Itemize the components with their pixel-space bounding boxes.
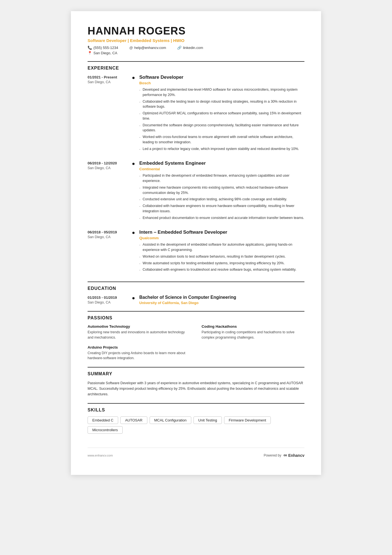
edu-timeline-dot <box>132 297 135 299</box>
experience-list: 01/2021 - PresentSan Diego, CASoftware D… <box>88 75 304 274</box>
exp-bullet-item: Worked with cross-functional teams to en… <box>139 134 304 145</box>
exp-bullet-item: Led a project to refactor legacy code, w… <box>139 146 304 152</box>
timeline-dot <box>132 232 135 234</box>
summary-text: Passionate Software Developer with 3 yea… <box>88 380 304 397</box>
exp-job-title: Intern – Embedded Software Developer <box>139 230 304 235</box>
education-section-title: EDUCATION <box>88 286 304 291</box>
exp-bullets: Participated in the development of embed… <box>139 173 304 220</box>
exp-bullet-item: Enhanced product documentation to ensure… <box>139 215 304 221</box>
brand-name: Enhancv <box>288 453 304 458</box>
exp-job-title: Software Developer <box>139 75 304 80</box>
exp-bullet-item: Collaborated with hardware engineers to … <box>139 203 304 214</box>
skill-tag: Unit Testing <box>193 416 222 424</box>
experience-item: 01/2021 - PresentSan Diego, CASoftware D… <box>88 75 304 153</box>
timeline-dot <box>132 163 135 165</box>
exp-dot-col <box>132 230 135 274</box>
email-icon: @ <box>129 46 133 50</box>
passion-item: Automotive TechnologyExploring new trend… <box>88 324 190 340</box>
exp-date: 06/2018 - 05/2019 <box>88 230 132 234</box>
exp-date-col: 01/2021 - PresentSan Diego, CA <box>88 75 132 153</box>
exp-location: San Diego, CA <box>88 235 132 239</box>
exp-content: Software DeveloperBoschDeveloped and imp… <box>135 75 304 153</box>
location-contact: 📍 San Diego, CA <box>88 51 117 55</box>
exp-bullet-item: Collaborated with the testing team to de… <box>139 99 304 110</box>
exp-dot-col <box>132 161 135 222</box>
footer-website: www.enhancv.com <box>88 454 113 457</box>
passions-section-title: PASSIONS <box>88 315 304 320</box>
exp-bullets: Assisted in the development of embedded … <box>139 242 304 272</box>
linkedin-value: linkedin.com <box>183 46 203 50</box>
edu-dot-col <box>132 295 135 305</box>
exp-date-col: 06/2019 - 12/2020San Diego, CA <box>88 161 132 222</box>
exp-bullet-item: Developed and implemented low-level HWIO… <box>139 87 304 98</box>
education-list: 01/2015 - 01/2019San Diego, CABachelor o… <box>88 295 304 305</box>
exp-location: San Diego, CA <box>88 80 132 84</box>
footer-brand: Powered by ∞ Enhancv <box>264 452 304 458</box>
exp-job-title: Embedded Systems Engineer <box>139 161 304 166</box>
passion-title: Coding Hackathons <box>202 324 304 329</box>
summary-section-title: SUMMARY <box>88 371 304 376</box>
powered-by-text: Powered by <box>264 453 281 457</box>
passions-grid: Automotive TechnologyExploring new trend… <box>88 324 304 361</box>
skill-tag: Embedded C <box>88 416 118 424</box>
passion-item: Coding HackathonsParticipating in coding… <box>202 324 304 340</box>
passion-title: Automotive Technology <box>88 324 190 329</box>
timeline-dot <box>132 77 135 79</box>
header-contacts: 📞 (555) 555-1234 @ help@enhancv.com 🔗 li… <box>88 46 304 50</box>
exp-date: 01/2021 - Present <box>88 75 132 79</box>
exp-company: Continental <box>139 167 304 171</box>
exp-bullet-item: Participated in the development of embed… <box>139 173 304 184</box>
experience-item: 06/2019 - 12/2020San Diego, CAEmbedded S… <box>88 161 304 222</box>
exp-company: Bosch <box>139 81 304 85</box>
exp-date-col: 06/2018 - 05/2019San Diego, CA <box>88 230 132 274</box>
summary-divider <box>88 367 304 367</box>
skill-tag: AUTOSAR <box>120 416 147 424</box>
location-row: 📍 San Diego, CA <box>88 51 304 55</box>
resume-container: HANNAH ROGERS Software Developer | Embed… <box>71 11 321 475</box>
passions-divider <box>88 311 304 312</box>
location-icon: 📍 <box>88 51 92 55</box>
location-value: San Diego, CA <box>93 51 117 55</box>
exp-content: Embedded Systems EngineerContinentalPart… <box>135 161 304 222</box>
linkedin-icon: 🔗 <box>177 46 182 50</box>
email-contact: @ help@enhancv.com <box>129 46 166 50</box>
logo-icon: ∞ <box>284 452 287 458</box>
skill-tag: Firmware Development <box>224 416 271 424</box>
phone-contact: 📞 (555) 555-1234 <box>88 46 118 50</box>
experience-section-title: EXPERIENCE <box>88 66 304 71</box>
email-value: help@enhancv.com <box>134 46 166 50</box>
exp-bullet-item: Collaborated with engineers to troublesh… <box>139 267 304 272</box>
exp-content: Intern – Embedded Software DeveloperQual… <box>135 230 304 274</box>
skill-tag: MCAL Configuration <box>150 416 192 424</box>
edu-location: San Diego, CA <box>88 300 132 304</box>
exp-bullet-item: Assisted in the development of embedded … <box>139 242 304 253</box>
education-divider <box>88 282 304 282</box>
passion-description: Exploring new trends and innovations in … <box>88 330 190 340</box>
exp-bullet-item: Worked on simulation tools to test softw… <box>139 254 304 259</box>
passion-description: Creating DIY projects using Arduino boar… <box>88 351 190 361</box>
edu-date: 01/2015 - 01/2019 <box>88 295 132 300</box>
edu-content: Bachelor of Science in Computer Engineer… <box>135 295 304 305</box>
phone-icon: 📞 <box>88 46 92 50</box>
exp-bullet-item: Conducted extensive unit and integration… <box>139 197 304 202</box>
skills-divider <box>88 403 304 404</box>
experience-item: 06/2018 - 05/2019San Diego, CAIntern – E… <box>88 230 304 274</box>
passion-title: Arduino Projects <box>88 345 190 349</box>
exp-bullet-item: Integrated new hardware components into … <box>139 185 304 196</box>
passion-description: Participating in coding competitions and… <box>202 330 304 340</box>
phone-value: (555) 555-1234 <box>93 46 118 50</box>
skill-tag: Microcontrollers <box>88 426 123 434</box>
exp-location: San Diego, CA <box>88 166 132 170</box>
education-item: 01/2015 - 01/2019San Diego, CABachelor o… <box>88 295 304 305</box>
skills-row: Embedded CAUTOSARMCAL ConfigurationUnit … <box>88 416 304 434</box>
candidate-name: HANNAH ROGERS <box>88 25 304 37</box>
linkedin-contact: 🔗 linkedin.com <box>177 46 203 50</box>
exp-dot-col <box>132 75 135 153</box>
header: HANNAH ROGERS Software Developer | Embed… <box>88 25 304 55</box>
footer: www.enhancv.com Powered by ∞ Enhancv <box>88 448 304 458</box>
exp-date: 06/2019 - 12/2020 <box>88 161 132 165</box>
passion-item: Arduino ProjectsCreating DIY projects us… <box>88 345 190 361</box>
exp-bullets: Developed and implemented low-level HWIO… <box>139 87 304 151</box>
enhancv-logo: ∞ Enhancv <box>284 452 304 458</box>
candidate-title: Software Developer | Embedded Systems | … <box>88 38 304 43</box>
